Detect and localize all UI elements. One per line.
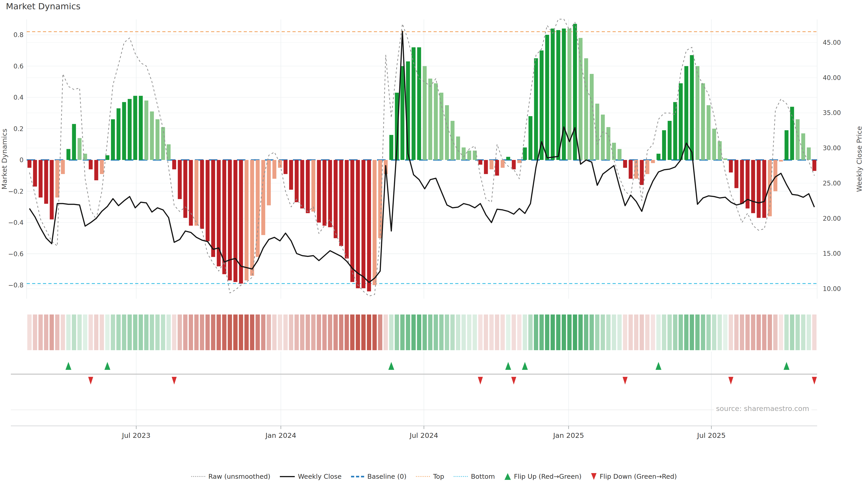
- heatmap-cell: [495, 315, 499, 350]
- heatmap-cell: [756, 315, 761, 350]
- heatmap-cell: [634, 315, 638, 350]
- dynamics-bar: [640, 160, 644, 185]
- dynamics-bar: [484, 160, 488, 174]
- dynamics-bar: [417, 47, 421, 160]
- heatmap-cell: [350, 315, 354, 350]
- legend-label: Flip Up (Red→Green): [514, 473, 582, 480]
- heatmap-cell: [690, 315, 694, 350]
- heatmap-cell: [200, 315, 204, 350]
- dynamics-bar: [300, 160, 304, 208]
- heatmap-cell: [356, 315, 360, 350]
- dynamics-bar: [723, 158, 727, 160]
- heatmap-cell: [155, 315, 160, 350]
- heatmap-cell: [345, 315, 349, 350]
- heatmap-cell: [567, 315, 572, 350]
- dynamics-bar: [345, 160, 348, 258]
- dynamics-bar: [206, 160, 210, 241]
- dynamics-bar: [350, 160, 354, 282]
- dynamics-bar: [735, 160, 738, 188]
- dynamics-bar: [490, 160, 493, 169]
- heatmap-cell: [83, 315, 87, 350]
- legend-item-baseline: Baseline (0): [351, 473, 406, 480]
- tick-label: −0.6: [8, 250, 24, 258]
- heatmap-cell: [100, 315, 104, 350]
- heatmap-cell: [250, 315, 254, 350]
- tick-label: 15.00: [823, 250, 841, 257]
- heatmap-cell: [745, 315, 750, 350]
- heatmap-cell: [367, 315, 371, 350]
- heatmap-cell: [512, 315, 516, 350]
- legend-item-flip-down: Flip Down (Green→Red): [591, 473, 677, 480]
- heatmap-cell: [545, 315, 549, 350]
- dynamics-bar: [200, 160, 204, 229]
- heatmap-cell: [239, 315, 243, 350]
- dynamics-bar: [172, 160, 176, 169]
- heatmap-cell: [339, 315, 343, 350]
- dynamics-bar: [812, 160, 816, 171]
- heatmap-cell: [718, 315, 722, 350]
- flip-down-marker: [728, 377, 733, 385]
- heatmap-cell: [612, 315, 616, 350]
- heatmap-cell: [328, 315, 332, 350]
- heatmap-cell: [278, 315, 282, 350]
- triangle-down-icon: [591, 473, 596, 480]
- source-credit: source: sharemaestro.com: [714, 404, 811, 413]
- heatmap-cell: [562, 315, 566, 350]
- heatmap-cell: [590, 315, 594, 350]
- dynamics-bar: [39, 160, 42, 197]
- dotted-line-orange-icon: [416, 476, 430, 477]
- heatmap-cell: [651, 315, 655, 350]
- tick-label: 35.00: [823, 109, 841, 117]
- heatmap-cell: [33, 315, 37, 350]
- heatmap-cell: [801, 315, 805, 350]
- oscillator-bars: [28, 24, 816, 291]
- heatmap-cell: [72, 315, 76, 350]
- dynamics-bar: [612, 143, 616, 160]
- dynamics-bar: [668, 121, 672, 160]
- heatmap-cell: [166, 315, 170, 350]
- heatmap-cell: [317, 315, 321, 350]
- heatmap-cell: [462, 315, 466, 350]
- heatmap-cell: [779, 315, 783, 350]
- dynamics-bar: [128, 99, 131, 160]
- heatmap-cell: [116, 315, 121, 350]
- heatmap-cell: [27, 315, 32, 350]
- heatmap-cell: [662, 315, 666, 350]
- dynamics-bar: [145, 101, 148, 160]
- dynamics-bar: [245, 160, 248, 281]
- dynamics-bar: [501, 160, 504, 168]
- heatmap-cell: [172, 315, 176, 350]
- flip-up-marker: [784, 362, 789, 370]
- dynamics-bar: [506, 157, 510, 160]
- dynamics-bar: [100, 160, 104, 174]
- dynamics-bar: [528, 116, 532, 160]
- dynamics-bar: [289, 160, 293, 190]
- heatmap-cell: [389, 315, 394, 350]
- heatmap-cell: [478, 315, 483, 350]
- heatmap-cell: [768, 315, 772, 350]
- heatmap-cell: [222, 315, 226, 350]
- dynamics-bar: [751, 160, 755, 213]
- heatmap-cell: [267, 315, 271, 350]
- heatmap-cell: [740, 315, 744, 350]
- heatmap-cell: [506, 315, 510, 350]
- heatmap-cell: [189, 315, 193, 350]
- heatmap-cell: [322, 315, 327, 350]
- dotted-line-cyan-icon: [454, 476, 468, 477]
- flip-up-marker: [505, 362, 511, 370]
- heatmap-cell: [584, 315, 588, 350]
- dynamics-bar: [362, 160, 365, 288]
- dynamics-bar: [295, 160, 299, 202]
- heatmap-cell: [434, 315, 438, 350]
- dynamics-bar: [234, 160, 237, 282]
- dynamics-bar: [61, 160, 65, 174]
- heatmap-cell: [673, 315, 677, 350]
- heatmap-cell: [423, 315, 427, 350]
- heatmap-cell: [94, 315, 98, 350]
- dynamics-bar: [701, 84, 705, 160]
- tick-label: −0.4: [8, 219, 24, 226]
- dynamics-bar: [478, 160, 482, 165]
- solid-line-icon: [280, 476, 295, 477]
- x-tick-label: Jan 2025: [553, 431, 584, 440]
- dynamics-bar: [651, 160, 655, 163]
